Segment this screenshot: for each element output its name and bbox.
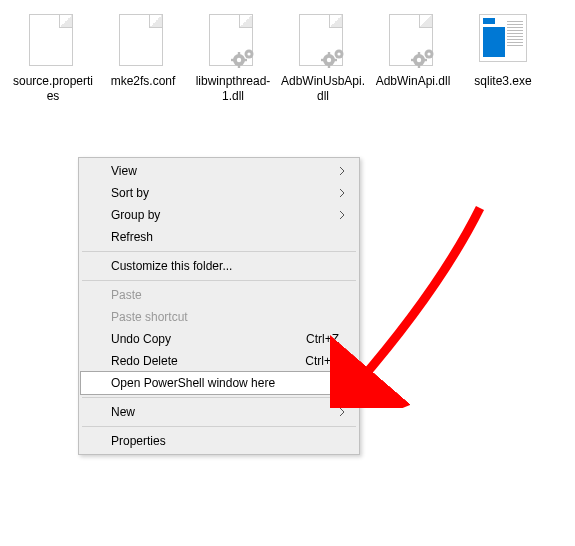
file-label: AdbWinUsbApi.dll [280, 74, 366, 104]
menu-label: Paste shortcut [111, 310, 188, 324]
file-label: AdbWinApi.dll [376, 74, 451, 89]
menu-label: Group by [111, 208, 160, 222]
menu-shortcut: Ctrl+Y [305, 354, 339, 368]
menu-open-powershell[interactable]: Open PowerShell window here [80, 371, 358, 395]
menu-label: Refresh [111, 230, 153, 244]
svg-rect-2 [238, 52, 240, 55]
file-item[interactable]: AdbWinApi.dll [368, 10, 458, 108]
menu-paste-shortcut: Paste shortcut [81, 306, 357, 328]
menu-paste: Paste [81, 284, 357, 306]
menu-new[interactable]: New [81, 401, 357, 423]
file-item[interactable]: sqlite3.exe [458, 10, 548, 108]
chevron-right-icon [339, 166, 345, 176]
svg-point-9 [327, 58, 331, 62]
file-item[interactable]: AdbWinUsbApi.dll [278, 10, 368, 108]
svg-rect-12 [321, 59, 324, 61]
menu-label: Customize this folder... [111, 259, 232, 273]
file-icon [389, 14, 437, 70]
context-menu: View Sort by Group by Refresh Customize … [78, 157, 360, 455]
svg-point-15 [337, 52, 340, 55]
file-label: libwinpthread-1.dll [190, 74, 276, 104]
gears-icon [321, 48, 347, 68]
chevron-right-icon [339, 210, 345, 220]
menu-label: New [111, 405, 135, 419]
file-item[interactable]: libwinpthread-1.dll [188, 10, 278, 108]
menu-redo-delete[interactable]: Redo Delete Ctrl+Y [81, 350, 357, 372]
file-label: mke2fs.conf [111, 74, 176, 89]
chevron-right-icon [339, 407, 345, 417]
svg-rect-18 [418, 52, 420, 55]
menu-label: Open PowerShell window here [111, 376, 275, 390]
menu-label: Properties [111, 434, 166, 448]
menu-view[interactable]: View [81, 160, 357, 182]
file-label: source.properties [10, 74, 96, 104]
svg-rect-10 [328, 52, 330, 55]
svg-rect-5 [244, 59, 247, 61]
menu-separator [82, 280, 356, 281]
svg-point-23 [427, 52, 430, 55]
gears-icon [411, 48, 437, 68]
menu-undo-copy[interactable]: Undo Copy Ctrl+Z [81, 328, 357, 350]
file-item[interactable]: source.properties [8, 10, 98, 108]
svg-point-17 [417, 58, 421, 62]
svg-point-7 [247, 52, 250, 55]
menu-sort-by[interactable]: Sort by [81, 182, 357, 204]
chevron-right-icon [339, 188, 345, 198]
menu-separator [82, 397, 356, 398]
menu-label: Redo Delete [111, 354, 178, 368]
file-label: sqlite3.exe [474, 74, 531, 89]
menu-separator [82, 426, 356, 427]
menu-label: View [111, 164, 137, 178]
menu-label: Sort by [111, 186, 149, 200]
file-icon [29, 14, 77, 70]
svg-rect-20 [411, 59, 414, 61]
menu-shortcut: Ctrl+Z [306, 332, 339, 346]
menu-properties[interactable]: Properties [81, 430, 357, 452]
svg-rect-21 [424, 59, 427, 61]
file-grid: source.properties mke2fs.conf libwinpthr… [0, 0, 575, 118]
svg-point-1 [237, 58, 241, 62]
svg-rect-11 [328, 65, 330, 68]
svg-rect-4 [231, 59, 234, 61]
gears-icon [231, 48, 257, 68]
file-icon [209, 14, 257, 70]
svg-rect-13 [334, 59, 337, 61]
exe-icon [479, 14, 527, 70]
file-icon [299, 14, 347, 70]
menu-group-by[interactable]: Group by [81, 204, 357, 226]
menu-customize[interactable]: Customize this folder... [81, 255, 357, 277]
file-icon [119, 14, 167, 70]
menu-refresh[interactable]: Refresh [81, 226, 357, 248]
svg-rect-19 [418, 65, 420, 68]
menu-separator [82, 251, 356, 252]
menu-label: Undo Copy [111, 332, 171, 346]
menu-label: Paste [111, 288, 142, 302]
svg-rect-3 [238, 65, 240, 68]
file-item[interactable]: mke2fs.conf [98, 10, 188, 108]
